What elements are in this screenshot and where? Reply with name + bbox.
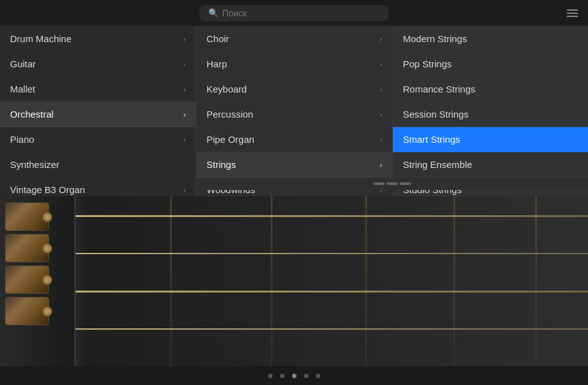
menu-item-label: String Ensemble <box>403 159 472 170</box>
chevron-right-icon: › <box>380 60 382 68</box>
menu-item-label: Session Strings <box>403 109 468 120</box>
menu-item-col1[interactable]: Vintage B3 Organ› <box>0 177 196 203</box>
fret-line <box>535 196 537 366</box>
hamburger-menu-button[interactable] <box>567 9 578 17</box>
fret-line <box>365 196 367 366</box>
chevron-right-icon: › <box>380 86 382 93</box>
search-bar: 🔍 <box>0 0 588 26</box>
menu-item-label: Guitar <box>10 59 36 69</box>
nav-dot[interactable] <box>292 374 297 378</box>
menu-item-col1[interactable]: Guitar› <box>0 52 196 77</box>
bottom-nav <box>0 366 588 385</box>
side-hardware <box>0 196 76 366</box>
scroll-dot <box>400 182 411 185</box>
chevron-right-icon: › <box>183 35 186 43</box>
guitar-string <box>76 215 588 217</box>
wood-grain <box>76 196 588 366</box>
chevron-right-icon: › <box>380 35 382 43</box>
fret-line <box>271 196 273 366</box>
tuning-peg <box>5 203 49 231</box>
column-3-presets: Modern StringsPop StringsRomance Strings… <box>393 26 588 196</box>
chevron-right-icon: › <box>183 136 186 143</box>
menu-item-col2[interactable]: Percussion› <box>196 102 392 127</box>
nav-dot[interactable] <box>268 374 273 378</box>
fretboard <box>0 196 588 366</box>
menu-item-col1[interactable]: Orchestral› <box>0 102 196 127</box>
menu-item-col3[interactable]: Session Strings <box>393 102 588 127</box>
tuning-peg <box>5 265 49 294</box>
menu-item-label: Pipe Organ <box>206 134 254 145</box>
menu-item-label: Vintage B3 Organ <box>10 184 85 195</box>
menu-container: Drum Machine›Guitar›Mallet›Orchestral›Pi… <box>0 26 588 196</box>
scroll-dot <box>373 182 385 185</box>
chevron-right-icon: › <box>380 161 382 169</box>
guitar-string <box>76 253 588 254</box>
menu-item-col2[interactable]: Pipe Organ› <box>196 127 392 152</box>
tuning-peg <box>5 297 49 325</box>
menu-item-label: Drum Machine <box>10 33 72 44</box>
menu-item-label: Piano <box>10 134 34 145</box>
menu-item-label: Pop Strings <box>403 59 452 69</box>
guitar-string <box>76 291 588 293</box>
chevron-right-icon: › <box>380 111 382 118</box>
menu-item-label: Smart Strings <box>403 134 460 145</box>
scroll-indicator <box>196 177 588 190</box>
fret-line <box>453 196 455 366</box>
chevron-right-icon: › <box>183 60 186 68</box>
menu-item-label: Choir <box>206 33 229 44</box>
fret-line <box>170 196 172 366</box>
menu-item-label: Orchestral <box>10 109 54 120</box>
menu-item-label: Harp <box>206 59 227 69</box>
nav-dot[interactable] <box>316 374 320 378</box>
menu-item-col2[interactable]: Strings› <box>196 152 392 177</box>
menu-item-col3[interactable]: Modern Strings <box>393 26 588 52</box>
guitar-string <box>76 328 588 330</box>
menu-item-col2[interactable]: Choir› <box>196 26 392 52</box>
scroll-dot <box>387 182 398 185</box>
column-2-categories: Choir›Harp›Keyboard›Percussion›Pipe Orga… <box>196 26 393 196</box>
menu-item-label: Percussion <box>206 109 253 120</box>
nav-dot[interactable] <box>280 374 285 378</box>
menu-item-label: Mallet <box>10 84 35 94</box>
menu-item-col1[interactable]: Piano› <box>0 127 196 152</box>
scroll-dots <box>373 182 411 185</box>
menu-item-label: Modern Strings <box>403 33 467 44</box>
instrument-view <box>0 196 588 366</box>
chevron-right-icon: › <box>380 136 382 143</box>
menu-item-col3[interactable]: String Ensemble <box>393 152 588 177</box>
search-wrapper[interactable]: 🔍 <box>200 5 388 21</box>
menu-item-col1[interactable]: Drum Machine› <box>0 26 196 52</box>
menu-item-label: Synthesizer <box>10 159 59 170</box>
menu-item-col2[interactable]: Keyboard› <box>196 77 392 102</box>
menu-item-col3[interactable]: Smart Strings <box>393 127 588 152</box>
column-1-instruments: Drum Machine›Guitar›Mallet›Orchestral›Pi… <box>0 26 196 196</box>
menu-item-label: Keyboard <box>206 84 247 94</box>
menu-item-col2[interactable]: Harp› <box>196 52 392 77</box>
chevron-right-icon: › <box>183 86 186 93</box>
chevron-right-icon: › <box>183 186 186 194</box>
chevron-right-icon: › <box>183 111 186 118</box>
nav-dot[interactable] <box>304 374 308 378</box>
search-input[interactable] <box>222 8 380 18</box>
tuning-peg <box>5 234 49 262</box>
menu-item-col3[interactable]: Romance Strings <box>393 77 588 102</box>
search-icon: 🔍 <box>208 8 218 18</box>
menu-item-col1[interactable]: Mallet› <box>0 77 196 102</box>
menu-item-col1[interactable]: Synthesizer <box>0 152 196 177</box>
menu-item-col3[interactable]: Pop Strings <box>393 52 588 77</box>
menu-item-label: Romance Strings <box>403 84 475 94</box>
menu-item-label: Strings <box>206 159 236 170</box>
